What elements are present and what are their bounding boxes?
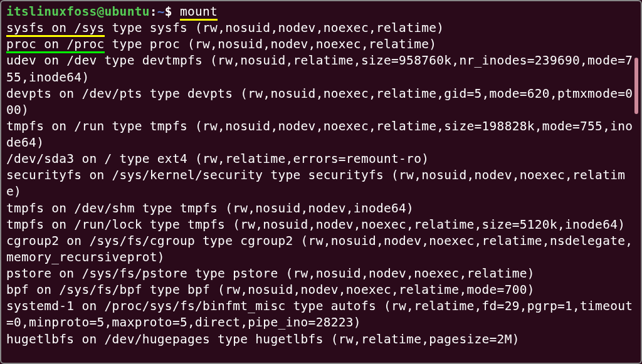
- sysfs-rest: type sysfs (rw,nosuid,nodev,noexec,relat…: [105, 21, 445, 35]
- mount-entry-proc: proc on /proc type proc (rw,nosuid,nodev…: [6, 36, 636, 53]
- mount-entry-devpts: devpts on /dev/pts type devpts (rw,nosui…: [6, 86, 636, 118]
- prompt-user-host: itslinuxfoss@ubuntu: [6, 4, 150, 19]
- mount-entry-sysfs: sysfs on /sys type sysfs (rw,nosuid,node…: [6, 20, 636, 36]
- prompt-colon: :: [150, 4, 157, 19]
- mount-entry-sda3: /dev/sda3 on / type ext4 (rw,relatime,er…: [6, 151, 636, 167]
- proc-highlight: proc on /proc: [6, 37, 105, 53]
- sysfs-highlight: sysfs on /sys: [6, 21, 105, 37]
- prompt-path: ~: [157, 4, 165, 19]
- prompt-line: itslinuxfoss@ubuntu:~$ mount: [6, 4, 636, 20]
- mount-entry-tmpfs-shm: tmpfs on /dev/shm type tmpfs (rw,nosuid,…: [6, 200, 636, 217]
- mount-entry-pstore: pstore on /sys/fs/pstore type pstore (rw…: [6, 266, 636, 282]
- command-text: mount: [180, 4, 218, 21]
- prompt-dollar: $: [165, 4, 180, 19]
- mount-entry-securityfs: securityfs on /sys/kernel/security type …: [6, 167, 636, 200]
- mount-entry-tmpfs-lock: tmpfs on /run/lock type tmpfs (rw,nosuid…: [6, 217, 636, 233]
- mount-entry-systemd1: systemd-1 on /proc/sys/fs/binfmt_misc ty…: [6, 298, 636, 331]
- mount-entry-udev: udev on /dev type devtmpfs (rw,nosuid,re…: [6, 53, 636, 85]
- scrollbar-thumb[interactable]: [634, 58, 638, 114]
- mount-entry-cgroup2: cgroup2 on /sys/fs/cgroup type cgroup2 (…: [6, 233, 636, 266]
- proc-rest: type proc (rw,nosuid,nodev,noexec,relati…: [105, 37, 437, 51]
- mount-entry-hugetlbfs: hugetlbfs on /dev/hugepages type hugetlb…: [6, 331, 636, 348]
- terminal-output[interactable]: itslinuxfoss@ubuntu:~$ mount sysfs on /s…: [6, 4, 636, 348]
- mount-entry-tmpfs-run: tmpfs on /run type tmpfs (rw,nosuid,node…: [6, 118, 636, 151]
- mount-entry-bpf: bpf on /sys/fs/bpf type bpf (rw,nosuid,n…: [6, 282, 636, 298]
